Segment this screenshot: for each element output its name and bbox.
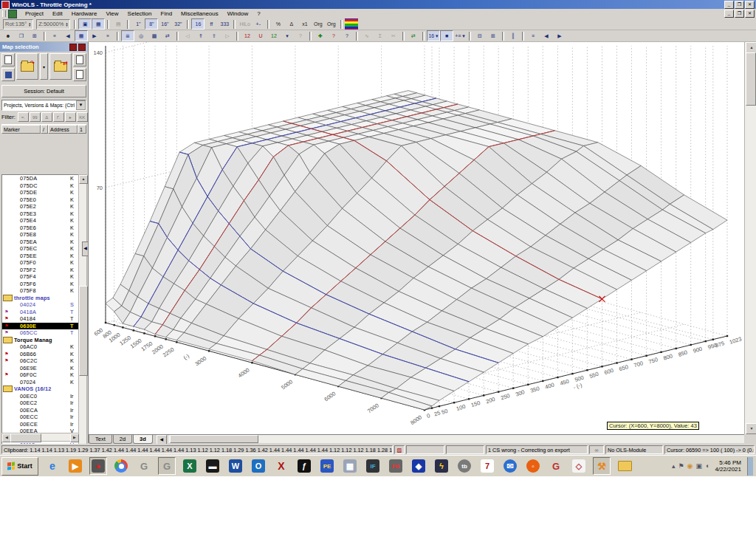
map-list-row[interactable]: 075EAK	[2, 239, 79, 246]
swap-icon[interactable]: ⇄	[407, 30, 420, 41]
map-list-row[interactable]: 075E8K	[2, 231, 79, 239]
menu-?[interactable]: ?	[252, 10, 264, 18]
map-list-row[interactable]: 06AC0K	[2, 343, 79, 351]
help-icon[interactable]: ?	[327, 30, 340, 41]
main-horizontal-scrollbar[interactable]	[168, 435, 744, 443]
toolbar-grip[interactable]	[2, 10, 6, 17]
map-list-row[interactable]: 075ECK	[2, 245, 79, 253]
grid-333-icon[interactable]: 333	[218, 18, 231, 30]
map-list-row[interactable]: 075E3K	[2, 210, 79, 218]
search-field[interactable]: ?	[294, 30, 307, 41]
view-mode-combo[interactable]: Projects, Versions & Maps: (Ctrl ▼	[1, 100, 86, 111]
blue-square-icon[interactable]: ■	[440, 30, 453, 41]
column-marker[interactable]: Marker	[1, 125, 41, 134]
tray-volume-icon[interactable]: ◖	[705, 462, 709, 470]
x1-icon[interactable]: x1	[298, 18, 312, 30]
redo-icon[interactable]: ▷	[221, 30, 234, 41]
panel-vertical-scrollbar[interactable]: ▲ ▼	[78, 174, 87, 473]
marker-12-green-icon[interactable]: 12	[267, 30, 281, 41]
taskbar-clock[interactable]: 5:46 PM 4/22/2021	[712, 459, 744, 473]
rotation-spinner[interactable]: Rot:135° ▲▼	[3, 19, 33, 30]
map-list[interactable]: 075DAK075DCK075DEK075E0K075E2K075E3K075E…	[1, 174, 80, 475]
ie-icon[interactable]: e	[44, 457, 61, 475]
map-list-row[interactable]: 075F2K	[2, 267, 79, 274]
map-list-row[interactable]: 00ECCIr	[2, 414, 79, 421]
write-eprom-icon[interactable]: ⇑	[194, 30, 207, 41]
map-group-row[interactable]: Torque Manag	[2, 337, 79, 344]
map-group-row[interactable]: throttle maps	[2, 295, 79, 302]
calculator-icon[interactable]: ▦	[341, 457, 359, 475]
menu-window[interactable]: Window	[223, 10, 252, 18]
spinner-arrows[interactable]: ▲▼	[65, 22, 68, 27]
checksum-icon[interactable]: Σ	[374, 30, 387, 41]
chevron-down-icon[interactable]: ▼	[76, 100, 86, 110]
map-list-row[interactable]: 075E0K	[2, 196, 79, 204]
panel-close-button[interactable]	[78, 44, 86, 51]
preview-icon[interactable]: ◎	[134, 30, 148, 41]
map-list-row[interactable]: 07024K	[2, 379, 79, 386]
first-map-icon[interactable]: «	[48, 30, 61, 41]
scissors-icon[interactable]: ✂	[387, 30, 400, 41]
map-list-row[interactable]: 00EC2Ir	[2, 400, 79, 407]
7zip-icon[interactable]: 7	[478, 457, 496, 475]
zoom-spinner[interactable]: Z:50000% ▲▼	[36, 19, 70, 30]
scroll-up-icon[interactable]: ▲	[79, 175, 88, 184]
prev-map-icon[interactable]: ◀	[61, 30, 75, 41]
open-dropdown-button[interactable]: ▾	[40, 53, 47, 80]
menu-selection[interactable]: Selection	[123, 10, 157, 18]
outlook-icon[interactable]: O	[250, 457, 267, 475]
map-list-row[interactable]: 075E4K	[2, 217, 79, 224]
main-vertical-scrollbar[interactable]: ▲ ▼	[744, 42, 756, 434]
open-project-button[interactable]: ↷	[16, 53, 38, 80]
map-list-row[interactable]: 06E9EK	[2, 365, 79, 372]
scroll-right-icon[interactable]: ▶	[70, 433, 79, 442]
nav-right-icon[interactable]: ▶	[553, 30, 566, 41]
map-list-row[interactable]: ⚑06C2CK	[2, 357, 79, 365]
map-list-row[interactable]: 00EC0Ir	[2, 393, 79, 400]
gclamp-color-icon[interactable]: G	[547, 457, 565, 475]
folder-icon[interactable]	[616, 457, 633, 475]
new-version-button[interactable]	[1, 53, 15, 66]
minimize-button[interactable]: _	[724, 1, 734, 9]
import-project-button[interactable]: ⇄	[49, 53, 72, 80]
media-player-icon[interactable]: ▶	[66, 457, 84, 475]
scrollbar-thumb[interactable]	[79, 286, 88, 376]
user-icon[interactable]: ☻	[1, 30, 15, 41]
tab-2d[interactable]: 2d	[113, 435, 132, 444]
map-list-row[interactable]: 04024S	[2, 301, 79, 309]
org-icon[interactable]: Org	[312, 18, 325, 30]
panel-collapse-handle[interactable]: ◀	[82, 241, 89, 256]
delta-filter-icon[interactable]: Δ	[41, 112, 52, 122]
session-button[interactable]: Session: Default	[1, 85, 86, 97]
menu-miscellaneous[interactable]: Miscellaneous	[176, 10, 223, 18]
close-button[interactable]: ✕	[745, 1, 755, 9]
child-restore-button[interactable]: ❐	[735, 10, 744, 18]
tb-icon[interactable]: tb	[456, 457, 473, 475]
panel-title-bar[interactable]: Map selection	[0, 42, 88, 52]
map-list-row[interactable]: 075DAK	[2, 175, 79, 182]
tray-expand-icon[interactable]: ▴	[672, 462, 676, 470]
align-icon[interactable]: ≡	[526, 30, 540, 41]
new-window-icon[interactable]: ❐	[15, 30, 28, 41]
map-list-row[interactable]: 075E2K	[2, 203, 79, 210]
marker-dropdown-icon[interactable]: ▾	[281, 30, 294, 41]
map-list-row[interactable]: ⚑0418AT	[2, 309, 79, 316]
read-eprom-icon[interactable]: ⇧	[207, 30, 221, 41]
view-16bit-icon[interactable]: 16"	[158, 18, 171, 30]
tray-flag-icon[interactable]: ⚑	[678, 462, 684, 470]
delta-icon[interactable]: Δ	[285, 18, 298, 30]
wrench-icon[interactable]: ⚒	[593, 457, 611, 475]
marker-12-red-icon[interactable]: 12	[241, 30, 254, 41]
menu-find[interactable]: Find	[157, 10, 177, 18]
menu-hardware[interactable]: Hardware	[67, 10, 102, 18]
tile-windows-icon[interactable]: ⊞	[28, 30, 41, 41]
undo-icon[interactable]: ◁	[181, 30, 194, 41]
map-list-row[interactable]: 075F8K	[2, 287, 79, 295]
kk-filter-icon[interactable]: KK	[77, 112, 88, 122]
gclamp2-icon[interactable]: G	[158, 457, 176, 475]
excel-icon[interactable]: X	[181, 457, 199, 475]
scroll-up-icon[interactable]: ▲	[746, 42, 756, 53]
999-filter-icon[interactable]: 99	[30, 112, 41, 122]
grid-ff-icon[interactable]: ff	[205, 18, 218, 30]
view-8bit-icon[interactable]: 8"	[145, 18, 158, 30]
